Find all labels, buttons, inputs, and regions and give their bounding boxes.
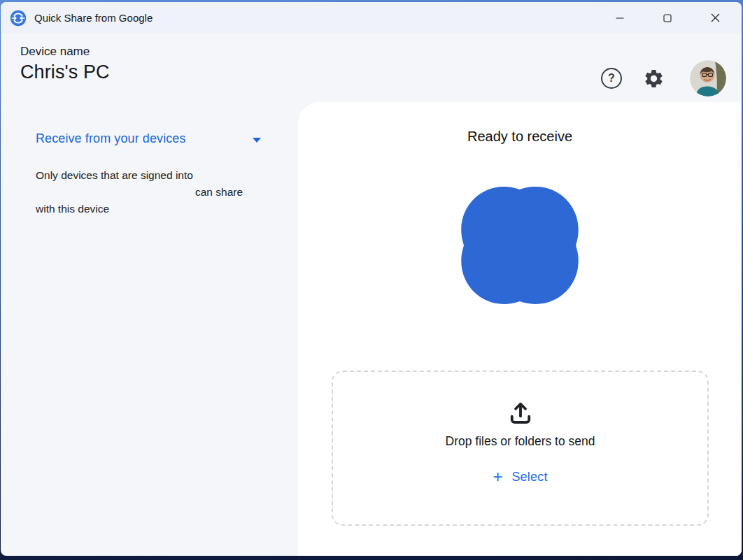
main-panel: Ready to receive Drop files or folders t… [298, 102, 742, 556]
visibility-mode-label: Receive from your devices [36, 131, 186, 146]
quick-share-window: Quick Share from Google Device name Chri… [1, 2, 742, 556]
select-button-label: Select [511, 470, 547, 484]
minimize-button[interactable] [604, 2, 636, 34]
close-button[interactable] [699, 2, 731, 34]
ready-blob-graphic [455, 181, 585, 310]
drop-zone-message: Drop files or folders to send [446, 434, 595, 449]
description-line: with this device [36, 201, 261, 217]
visibility-description: Only devices that are signed into can sh… [36, 167, 261, 217]
maximize-icon [663, 14, 672, 22]
maximize-button[interactable] [651, 2, 684, 34]
description-line: can share [36, 184, 261, 201]
device-name-label: Device name [20, 45, 110, 59]
plus-icon: + [493, 468, 502, 485]
header-actions: ? [601, 60, 726, 96]
minimize-icon [616, 14, 624, 22]
gear-icon [643, 68, 665, 89]
file-drop-zone[interactable]: Drop files or folders to send + Select [332, 371, 709, 526]
avatar [690, 60, 726, 96]
window-title: Quick Share from Google [34, 12, 153, 24]
quick-share-app-icon [10, 10, 27, 27]
select-files-button[interactable]: + Select [493, 468, 547, 485]
header: Device name Chris's PC ? [1, 34, 742, 102]
visibility-mode-dropdown[interactable]: Receive from your devices [36, 131, 261, 146]
close-icon [711, 13, 720, 22]
settings-button[interactable] [643, 68, 665, 89]
content: Receive from your devices Only devices t… [1, 102, 742, 556]
sidebar: Receive from your devices Only devices t… [1, 102, 298, 556]
device-name-value: Chris's PC [20, 62, 110, 83]
device-info: Device name Chris's PC [20, 45, 110, 102]
account-button[interactable] [690, 60, 726, 96]
help-icon: ? [601, 68, 622, 89]
status-title: Ready to receive [298, 129, 742, 145]
help-button[interactable]: ? [601, 68, 622, 89]
window-controls [588, 2, 742, 34]
title-bar: Quick Share from Google [1, 2, 742, 34]
description-line: Only devices that are signed into [36, 167, 261, 184]
upload-icon [506, 398, 535, 427]
chevron-down-icon [253, 138, 261, 143]
